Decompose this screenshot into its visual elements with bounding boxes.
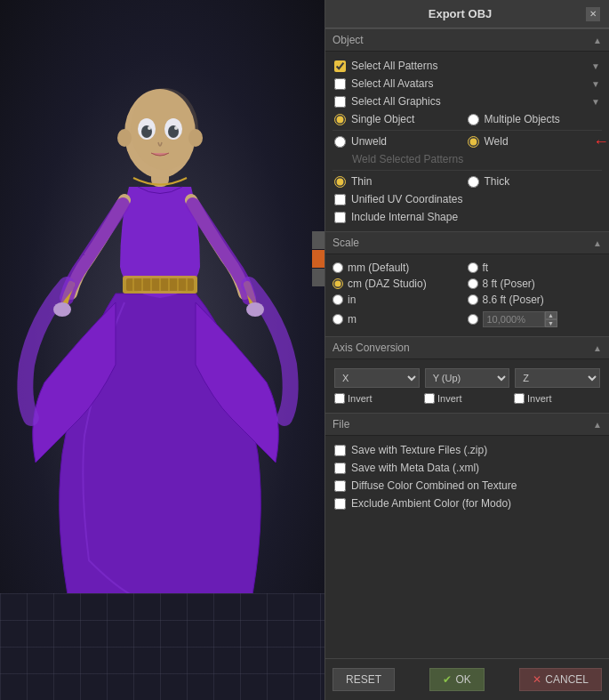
axis-section-header[interactable]: Axis Conversion ▲ — [325, 336, 609, 359]
object-section-header[interactable]: Object ▲ — [325, 28, 609, 52]
x-axis-select[interactable]: X -X Y -Y Z -Z — [334, 368, 420, 388]
8ft-poser-radio[interactable] — [468, 278, 478, 289]
svg-point-18 — [174, 126, 178, 130]
object-type-row: Single Object Multiple Objects — [333, 110, 602, 128]
reset-button[interactable]: RESET — [333, 668, 395, 691]
percent-increment-btn[interactable]: ▲ — [545, 311, 557, 319]
select-all-avatars-checkbox[interactable] — [334, 78, 346, 90]
percent-spinner-group: 10,000% ▲ ▼ — [483, 310, 557, 329]
cm-radio[interactable] — [333, 278, 343, 289]
save-texture-checkbox[interactable] — [334, 445, 346, 456]
object-section-body: Select All Patterns ▼ Select All Avatars… — [325, 52, 609, 231]
scale-row-4: m 10,000% ▲ ▼ — [333, 308, 602, 331]
object-collapse-arrow: ▲ — [593, 36, 602, 45]
ok-button[interactable]: ✔ OK — [429, 668, 484, 691]
select-all-graphics-row: Select All Graphics ▼ — [333, 93, 602, 110]
scale-section-header[interactable]: Scale ▲ — [325, 231, 609, 254]
percent-spinner-buttons: ▲ ▼ — [545, 311, 557, 327]
multiple-objects-radio[interactable] — [468, 114, 479, 125]
figure-svg — [9, 9, 311, 685]
save-texture-label: Save with Texture Files (.zip) — [351, 444, 487, 456]
dialog-content[interactable]: Object ▲ Select All Patterns ▼ Select Al… — [325, 28, 609, 658]
scale-section-label: Scale — [333, 237, 359, 249]
ft-col: ft — [468, 261, 603, 274]
avatars-expand-arrow[interactable]: ▼ — [591, 79, 600, 89]
ft-poser-8-col: 8 ft (Poser) — [468, 278, 603, 290]
unweld-col: Unweld — [334, 135, 468, 148]
mm-default-col: mm (Default) — [333, 261, 468, 274]
cancel-label: CANCEL — [545, 673, 589, 686]
select-all-graphics-checkbox[interactable] — [334, 96, 346, 108]
86ft-poser-label: 8.6 ft (Poser) — [483, 294, 544, 306]
save-texture-row: Save with Texture Files (.zip) — [333, 441, 602, 459]
invert-row: Invert Invert Invert — [333, 391, 602, 407]
svg-point-22 — [246, 302, 264, 317]
axis-section-body: X -X Y -Y Z -Z X -X Y (Up) -Y Z -Z X — [325, 359, 609, 413]
single-object-label: Single Object — [351, 113, 414, 125]
single-object-radio[interactable] — [334, 114, 346, 125]
y-invert-checkbox[interactable] — [424, 393, 435, 404]
red-arrow-annotation: ← — [593, 133, 609, 151]
x-invert-checkbox[interactable] — [334, 393, 345, 404]
unweld-radio[interactable] — [334, 136, 346, 148]
percent-col: 10,000% ▲ ▼ — [468, 310, 603, 329]
in-col: in — [333, 294, 468, 306]
file-section-header[interactable]: File ▲ — [325, 413, 609, 436]
weld-label: Weld — [485, 135, 509, 148]
thick-radio[interactable] — [468, 176, 479, 188]
include-internal-checkbox[interactable] — [334, 212, 346, 223]
dialog-title: Export OBJ — [334, 7, 586, 20]
save-meta-checkbox[interactable] — [334, 463, 346, 474]
x-invert-label: Invert — [348, 393, 373, 404]
percent-radio[interactable] — [468, 314, 478, 325]
axis-collapse-arrow: ▲ — [593, 343, 602, 353]
exclude-ambient-label: Exclude Ambient Color (for Modo) — [351, 497, 511, 510]
m-radio[interactable] — [333, 314, 343, 325]
ft-label: ft — [483, 261, 489, 274]
select-all-patterns-checkbox[interactable] — [334, 60, 346, 72]
percent-decrement-btn[interactable]: ▼ — [545, 319, 557, 327]
graphics-expand-arrow[interactable]: ▼ — [591, 97, 600, 107]
thickness-row: Thin Thick — [333, 173, 602, 190]
svg-point-21 — [53, 302, 71, 317]
percent-input[interactable]: 10,000% — [483, 311, 545, 327]
axis-dropdowns-row: X -X Y -Y Z -Z X -X Y (Up) -Y Z -Z X — [333, 365, 602, 391]
unified-uv-checkbox[interactable] — [334, 194, 346, 205]
in-radio[interactable] — [333, 294, 343, 305]
ok-check-icon: ✔ — [443, 673, 452, 686]
cm-label: cm (DAZ Studio) — [348, 278, 427, 290]
weld-col: Weld — [468, 135, 601, 148]
z-invert-item: Invert — [514, 393, 600, 404]
close-button[interactable]: ✕ — [586, 7, 600, 21]
select-all-patterns-label: Select All Patterns — [351, 60, 437, 72]
in-label: in — [348, 294, 356, 306]
patterns-expand-arrow[interactable]: ▼ — [591, 61, 600, 71]
mm-radio[interactable] — [333, 262, 343, 273]
m-col: m — [333, 310, 468, 329]
save-meta-label: Save with Meta Data (.xml) — [351, 462, 479, 474]
86ft-poser-radio[interactable] — [468, 294, 478, 305]
svg-point-19 — [117, 129, 132, 147]
thick-label: Thick — [485, 175, 510, 188]
y-axis-select[interactable]: X -X Y (Up) -Y Z -Z — [425, 368, 510, 388]
mm-label: mm (Default) — [348, 261, 409, 274]
cancel-button[interactable]: ✕ CANCEL — [519, 668, 602, 691]
select-all-graphics-label: Select All Graphics — [351, 95, 441, 108]
diffuse-color-checkbox[interactable] — [334, 480, 346, 492]
weld-radio[interactable] — [468, 136, 479, 148]
diffuse-color-label: Diffuse Color Combined on Texture — [351, 479, 517, 492]
scale-row-3: in 8.6 ft (Poser) — [333, 292, 602, 308]
ft-radio[interactable] — [468, 262, 478, 273]
export-obj-dialog: Export OBJ ✕ Object ▲ Select All Pattern… — [325, 0, 609, 700]
exclude-ambient-checkbox[interactable] — [334, 498, 346, 510]
x-invert-item: Invert — [334, 393, 421, 404]
z-invert-label: Invert — [527, 393, 552, 404]
thin-radio[interactable] — [334, 176, 346, 188]
scale-collapse-arrow: ▲ — [593, 238, 602, 248]
z-invert-checkbox[interactable] — [514, 393, 525, 404]
viewport-right-panel — [312, 231, 325, 287]
scale-row-2: cm (DAZ Studio) 8 ft (Poser) — [333, 276, 602, 292]
file-section-label: File — [333, 418, 349, 430]
weld-selected-patterns: Weld Selected Patterns — [333, 150, 602, 168]
z-axis-select[interactable]: X -X Y -Y Z -Z — [515, 368, 600, 388]
